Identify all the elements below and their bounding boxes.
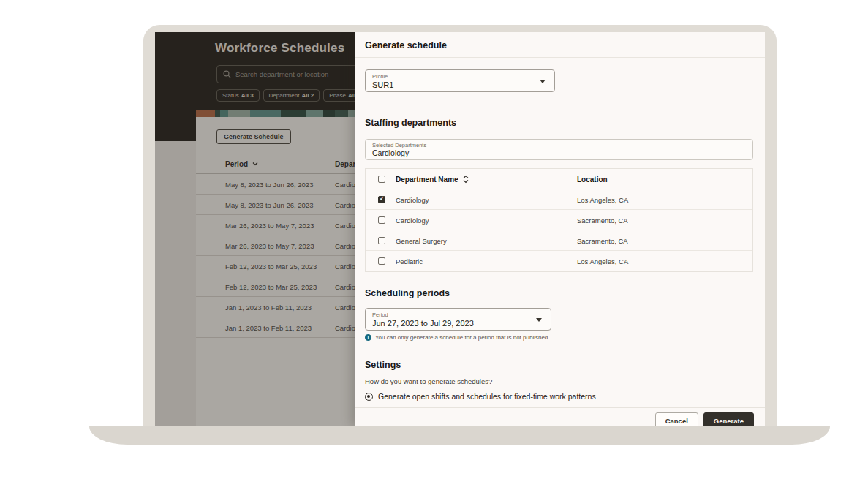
profile-value: SUR1 [372, 80, 548, 90]
drawer-footer: Cancel Generate [355, 407, 765, 426]
row-checkbox[interactable] [378, 196, 385, 203]
row-checkbox[interactable] [378, 257, 385, 265]
profile-select[interactable]: Profile SUR1 [365, 69, 555, 92]
period-label: Period [372, 312, 544, 318]
laptop-mockup: Workforce Schedules Search department or… [0, 0, 868, 490]
selected-departments-label: Selected Departments [372, 142, 746, 148]
location-cell: Los Angeles, CA [577, 195, 628, 203]
scheduling-periods-heading: Scheduling periods [365, 288, 450, 298]
location-cell: Sacramento, CA [577, 236, 628, 244]
laptop-screen: Workforce Schedules Search department or… [155, 32, 765, 426]
staffing-departments-heading: Staffing departments [365, 118, 456, 128]
location-cell: Los Angeles, CA [577, 257, 628, 265]
row-checkbox[interactable] [378, 237, 385, 244]
period-select[interactable]: Period Jun 27, 2023 to Jul 29, 2023 [365, 308, 551, 331]
drawer-title: Generate schedule [365, 40, 447, 50]
settings-heading: Settings [365, 360, 401, 370]
select-all-checkbox[interactable] [378, 176, 385, 183]
department-name-cell: Cardiology [396, 195, 429, 203]
chevron-down-icon [540, 80, 546, 83]
radio-selected-icon[interactable] [365, 393, 373, 401]
department-name-cell: General Surgery [396, 236, 447, 244]
generate-button[interactable]: Generate [703, 412, 754, 426]
period-info-note: i You can only generate a schedule for a… [365, 334, 548, 341]
department-row[interactable]: Cardiology Los Angeles, CA [366, 189, 752, 210]
modal-scrim[interactable] [155, 32, 355, 426]
departments-table-header: Department Name Location [366, 169, 752, 189]
department-name-cell: Cardiology [396, 216, 429, 224]
radio-option-label: Generate open shifts and schedules for f… [378, 392, 596, 401]
generate-schedule-drawer: Generate schedule Profile SUR1 Staffing … [355, 32, 765, 426]
divider [355, 57, 765, 58]
department-row[interactable]: Cardiology Sacramento, CA [366, 210, 752, 230]
location-cell: Sacramento, CA [577, 216, 628, 224]
cancel-button[interactable]: Cancel [655, 412, 698, 426]
info-text: You can only generate a schedule for a p… [375, 334, 548, 341]
selected-departments-value: Cardiology [372, 148, 746, 158]
location-header: Location [577, 175, 608, 183]
chevron-down-icon [536, 318, 542, 322]
departments-table: Department Name Location Cardiology Los … [365, 168, 753, 272]
info-icon: i [365, 334, 371, 341]
generation-mode-option[interactable]: Generate open shifts and schedules for f… [365, 392, 596, 401]
sort-icon[interactable] [463, 175, 469, 183]
settings-question: How do you want to generate schedules? [365, 377, 492, 385]
workforce-schedules-page: Workforce Schedules Search department or… [155, 32, 355, 426]
laptop-base [89, 426, 830, 445]
profile-label: Profile [372, 73, 548, 80]
department-row[interactable]: Pediatric Los Angeles, CA [366, 251, 752, 271]
department-row[interactable]: General Surgery Sacramento, CA [366, 230, 752, 251]
department-name-header-label: Department Name [396, 175, 458, 183]
period-value: Jun 27, 2023 to Jul 29, 2023 [372, 318, 544, 328]
selected-departments-field[interactable]: Selected Departments Cardiology [365, 139, 753, 160]
department-name-header[interactable]: Department Name [396, 175, 469, 183]
row-checkbox[interactable] [378, 216, 385, 224]
department-name-cell: Pediatric [396, 257, 423, 265]
